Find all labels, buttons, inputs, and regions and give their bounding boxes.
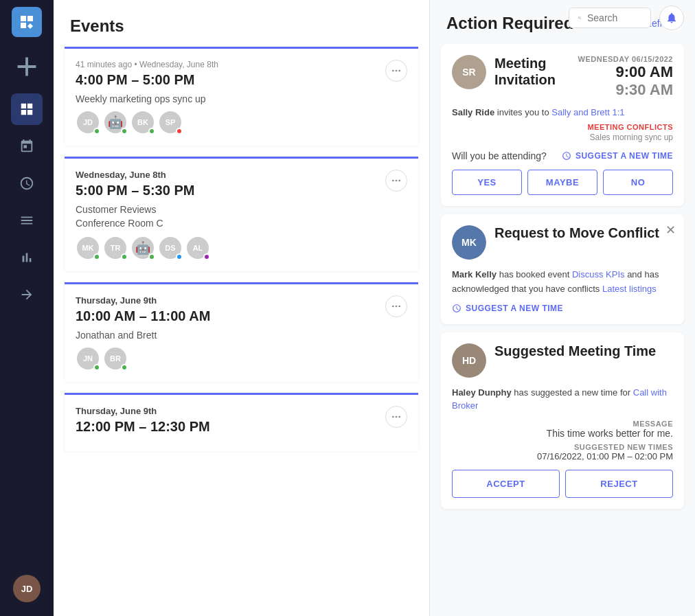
event-time: 12:00 PM – 12:30 PM xyxy=(76,419,407,435)
event-description: Jonathan and Brett xyxy=(76,330,407,341)
suggest-time-button[interactable]: SUGGEST A NEW TIME xyxy=(452,304,563,313)
svg-point-4 xyxy=(396,180,398,182)
status-dot xyxy=(176,253,183,260)
user-avatar[interactable]: JD xyxy=(13,575,41,602)
event-menu-button[interactable] xyxy=(385,295,407,317)
meeting-time2: 9:30 AM xyxy=(578,81,673,99)
sidebar-item-add[interactable] xyxy=(11,51,43,82)
svg-point-3 xyxy=(392,180,394,182)
event-date-header: Thursday, June 9th xyxy=(76,295,407,306)
sidebar: JD xyxy=(0,0,54,616)
svg-point-5 xyxy=(398,180,400,182)
card-info: Request to Move Conflict xyxy=(494,225,673,260)
card-datetime: WEDNESDAY 06/15/2022 9:00 AM 9:30 AM xyxy=(578,55,673,99)
sidebar-item-dashboard[interactable] xyxy=(11,93,43,125)
app-logo[interactable] xyxy=(12,7,42,37)
status-dot xyxy=(93,128,100,135)
card-info: Suggested Meeting Time xyxy=(494,343,673,378)
svg-point-1 xyxy=(396,70,398,72)
search-input[interactable] xyxy=(587,12,642,23)
meeting-time1: 9:00 AM xyxy=(578,63,673,81)
suggest-label: SUGGEST A NEW TIME xyxy=(466,304,563,313)
suggest-label: SUGGEST A NEW TIME xyxy=(576,151,673,161)
invite-text: invites you to xyxy=(497,107,552,117)
avatar: HD xyxy=(452,343,486,378)
card-title: Meeting Invitation xyxy=(494,55,570,88)
message-label: MESSAGE xyxy=(452,420,673,428)
status-dot xyxy=(93,364,100,371)
event-menu-button[interactable] xyxy=(385,60,407,82)
sidebar-item-calendar[interactable] xyxy=(11,130,43,162)
inviter-name: Sally Ride xyxy=(452,107,494,117)
list-item: 🤖 xyxy=(103,110,128,135)
action-required-panel: Action Required Refresh SR Meeting Invit… xyxy=(430,0,695,616)
event-menu-button[interactable] xyxy=(385,406,407,428)
move-conflict-card: MK Request to Move Conflict ✕ Mark Kelly… xyxy=(441,214,684,324)
rsvp-buttons: YES MAYBE NO xyxy=(452,170,673,195)
suggest-time-button[interactable]: SUGGEST A NEW TIME xyxy=(562,151,673,161)
event-timestamp: 41 minutes ago • Wednesday, June 8th xyxy=(76,60,407,69)
event-card: Wednesday, June 8th 5:00 PM – 5:30 PM Cu… xyxy=(65,157,418,271)
events-panel: Events 41 minutes ago • Wednesday, June … xyxy=(54,0,430,616)
list-item: SP xyxy=(158,110,183,135)
attending-label: Will you be attending? xyxy=(452,150,547,161)
meeting-invitation-card: SR Meeting Invitation WEDNESDAY 06/15/20… xyxy=(441,44,684,206)
event-card: 41 minutes ago • Wednesday, June 8th 4:0… xyxy=(65,47,418,146)
sidebar-item-analytics[interactable] xyxy=(11,242,43,273)
event-description: Weekly marketing ops sync up xyxy=(76,93,407,104)
list-item: BR xyxy=(103,346,128,371)
event-avatars: JN BR xyxy=(76,346,407,371)
event-date-header: Thursday, June 9th xyxy=(76,406,407,416)
sidebar-item-forward[interactable] xyxy=(11,279,43,310)
suggested-times-label: SUGGESTED NEW TIMES xyxy=(452,443,673,451)
close-button[interactable]: ✕ xyxy=(665,223,676,238)
meeting-link[interactable]: Sally and Brett 1:1 xyxy=(551,107,624,117)
avatar: SR xyxy=(452,55,486,89)
status-dot xyxy=(93,253,100,260)
attending-section: Will you be attending? SUGGEST A NEW TIM… xyxy=(452,150,673,161)
suggester-name: Haley Dunphy xyxy=(452,387,512,398)
action-title: Action Required xyxy=(446,14,573,33)
event-time: 10:00 AM – 11:00 AM xyxy=(76,308,407,324)
rsvp-yes-button[interactable]: YES xyxy=(452,170,522,195)
events-title: Events xyxy=(54,0,429,47)
search-icon xyxy=(578,13,582,23)
card-info: Meeting Invitation xyxy=(494,55,570,99)
event-description: Customer Reviews xyxy=(76,204,407,215)
svg-point-8 xyxy=(398,306,400,308)
notification-button[interactable] xyxy=(659,5,684,30)
topbar xyxy=(558,0,695,36)
card-title: Request to Move Conflict xyxy=(494,225,673,241)
requester-avatar: MK xyxy=(452,225,486,260)
description-mid: has booked event xyxy=(499,269,572,280)
event-time: 5:00 PM – 5:30 PM xyxy=(76,183,407,198)
card-title: Suggested Meeting Time xyxy=(494,343,673,359)
conflict-event: Sales morning sync up xyxy=(452,133,673,142)
description-mid: has suggested a new time for xyxy=(514,387,633,398)
reject-button[interactable]: REJECT xyxy=(565,470,673,498)
event-link[interactable]: Discuss KPIs xyxy=(572,269,625,280)
event-menu-button[interactable] xyxy=(385,170,407,192)
suggested-time-card: HD Suggested Meeting Time Haley Dunphy h… xyxy=(441,332,684,509)
suggester-avatar: HD xyxy=(452,343,486,378)
conflicts-label: MEETING CONFLICTS xyxy=(452,123,673,131)
sidebar-item-menu[interactable] xyxy=(11,205,43,236)
action-cards: SR Meeting Invitation WEDNESDAY 06/15/20… xyxy=(430,44,695,520)
status-dot xyxy=(121,253,128,260)
sidebar-item-history[interactable] xyxy=(11,168,43,199)
message-text: This time works better for me. xyxy=(452,428,673,439)
event-card: Thursday, June 9th 12:00 PM – 12:30 PM xyxy=(65,393,418,451)
rsvp-no-button[interactable]: NO xyxy=(603,170,673,195)
avatar: MK xyxy=(452,225,486,260)
event-location: Conference Room C xyxy=(76,218,407,229)
list-item: MK xyxy=(76,236,100,260)
list-item: 🤖 xyxy=(130,236,155,260)
card-description: Mark Kelly has booked event Discuss KPIs… xyxy=(452,268,673,297)
rsvp-maybe-button[interactable]: MAYBE xyxy=(527,170,597,195)
accept-button[interactable]: ACCEPT xyxy=(452,470,560,498)
status-dot xyxy=(121,364,128,371)
search-box[interactable] xyxy=(569,8,651,28)
invite-description: Sally Ride invites you to Sally and Bret… xyxy=(452,107,673,117)
conflict-link[interactable]: Latest listings xyxy=(602,284,657,294)
status-dot xyxy=(148,253,155,260)
